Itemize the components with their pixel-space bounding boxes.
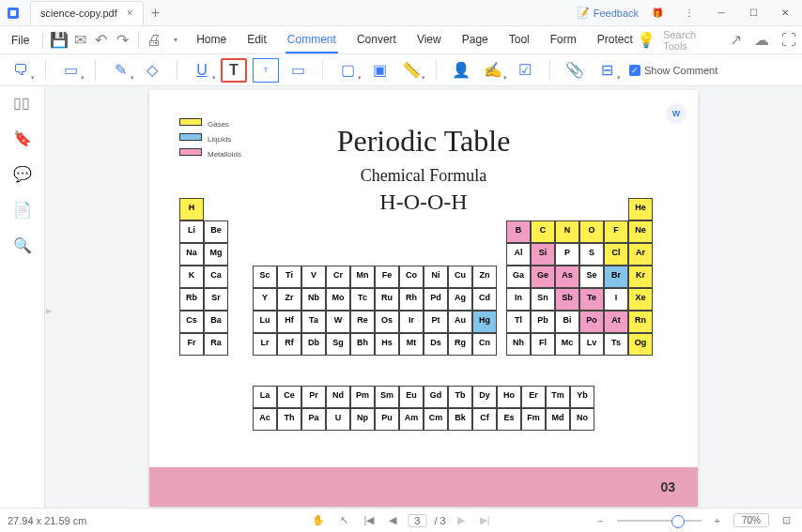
prev-page-icon[interactable]: ◀ — [385, 512, 400, 528]
sign-tool[interactable]: ✍ — [480, 58, 506, 83]
attachment-panel-icon[interactable]: 📄 — [13, 201, 32, 220]
gift-icon[interactable]: 🎁 — [644, 3, 671, 23]
menu-tab-form[interactable]: Form — [548, 27, 578, 53]
element-In: In. — [506, 288, 531, 311]
more-icon[interactable]: ⋮ — [676, 3, 702, 23]
approve-tool[interactable]: ☑ — [512, 58, 538, 83]
maximize-button[interactable]: ☐ — [740, 3, 766, 23]
bookmark-icon[interactable]: 🔖 — [13, 129, 32, 148]
element-Pd: Pd. — [424, 288, 448, 311]
search-panel-icon[interactable]: 🔍 — [13, 236, 32, 255]
element-Ge: Ge. — [531, 266, 555, 288]
fit-page-icon[interactable]: ⊡ — [779, 512, 794, 528]
redo-icon[interactable]: ↷ — [113, 30, 132, 51]
element-Ir: Ir. — [399, 311, 424, 333]
comment-toolbar: 🗨 ▭ ✎ ◇ U T T ▭ ▢ ▣ 📏 👤 ✍ ☑ 📎 ⊟ ✓ Show C… — [0, 54, 802, 86]
close-tab-icon[interactable]: × — [127, 7, 133, 20]
thumbnails-icon[interactable]: ▯▯ — [13, 94, 32, 113]
pencil-tool[interactable]: ✎ — [107, 58, 133, 83]
hand-tool-icon[interactable]: ✋ — [308, 512, 329, 528]
next-page-icon[interactable]: ▶ — [454, 512, 469, 528]
feedback-button[interactable]: 📝 Feedback — [577, 7, 639, 19]
element-Zr: Zr. — [277, 288, 301, 311]
zoom-in-icon[interactable]: + — [711, 513, 724, 528]
hide-tool[interactable]: ⊟ — [594, 58, 620, 83]
menu-tab-tool[interactable]: Tool — [507, 27, 532, 53]
new-tab-button[interactable]: + — [151, 5, 160, 22]
element-Hg: Hg. — [472, 311, 497, 333]
element-Cr: Cr. — [326, 266, 350, 288]
element-Ds: Ds. — [424, 333, 448, 356]
first-page-icon[interactable]: |◀ — [360, 512, 378, 528]
element-Au: Au. — [448, 311, 472, 333]
menu-tab-home[interactable]: Home — [194, 27, 228, 53]
menu-tab-page[interactable]: Page — [460, 27, 490, 53]
element-S: S. — [579, 243, 604, 266]
element-Y: Y. — [253, 288, 277, 311]
element-Th: Th. — [277, 408, 301, 431]
textbox-tool[interactable]: T — [253, 58, 279, 83]
comment-panel-icon[interactable]: 💬 — [13, 165, 32, 184]
sidebar-expand-handle[interactable]: ▶ — [45, 297, 53, 326]
element-Np: Np. — [350, 408, 375, 431]
element-Xe: Xe. — [628, 288, 653, 311]
menu-tab-view[interactable]: View — [415, 27, 443, 53]
stamp-tool[interactable]: ▣ — [366, 58, 393, 83]
element-Cs: Cs. — [179, 311, 204, 333]
underline-tool[interactable]: U — [189, 58, 215, 83]
bulb-icon[interactable]: 💡 — [637, 30, 655, 51]
show-comment-label: Show Comment — [644, 65, 717, 76]
word-export-badge[interactable]: W — [666, 103, 686, 124]
search-tools[interactable]: Search Tools — [663, 29, 718, 52]
mail-icon[interactable]: ✉ — [70, 30, 90, 51]
measure-tool[interactable]: 📏 — [398, 58, 424, 83]
element-La: La. — [253, 386, 277, 408]
element-O: O. — [579, 220, 604, 243]
save-icon[interactable]: 💾 — [49, 30, 69, 51]
eraser-tool[interactable]: ◇ — [139, 58, 165, 83]
element-At: At. — [604, 311, 628, 333]
print-dropdown[interactable]: ▾ — [166, 30, 186, 51]
person-tool[interactable]: 👤 — [448, 58, 474, 83]
note-tool[interactable]: 🗨 — [8, 58, 34, 83]
element-He: He. — [628, 198, 653, 220]
element-Eu: Eu. — [399, 386, 424, 408]
cloud-icon[interactable]: ☁ — [752, 30, 771, 51]
menu-tab-comment[interactable]: Comment — [285, 27, 338, 53]
shape-tool[interactable]: ▢ — [334, 58, 361, 83]
file-menu[interactable]: File — [4, 30, 37, 51]
svg-rect-1 — [10, 10, 16, 16]
print-icon[interactable]: 🖨 — [145, 30, 164, 51]
zoom-percent[interactable]: 70% — [733, 513, 769, 527]
expand-icon[interactable]: ⛶ — [779, 30, 798, 51]
pdf-page: W GasesLiquidsMetalloids Periodic Table … — [149, 90, 698, 507]
callout-tool[interactable]: ▭ — [285, 58, 311, 83]
element-C: C. — [531, 220, 555, 243]
element-Mo: Mo. — [326, 288, 350, 311]
separator — [436, 60, 437, 81]
highlight-tool[interactable]: ▭ — [57, 58, 84, 83]
attachment-tool[interactable]: 📎 — [562, 58, 588, 83]
close-window-button[interactable]: ✕ — [772, 3, 798, 23]
zoom-slider[interactable] — [617, 520, 702, 522]
document-tab[interactable]: science-copy.pdf × — [30, 1, 144, 25]
zoom-controls: − + 70% ⊡ — [594, 512, 794, 528]
zoom-out-icon[interactable]: − — [594, 513, 607, 528]
element-Nb: Nb. — [301, 288, 326, 311]
menu-tab-convert[interactable]: Convert — [355, 27, 398, 53]
separator — [177, 60, 177, 81]
page-navigation: ✋ ↖ |◀ ◀ 3 / 3 ▶ ▶| — [308, 512, 493, 528]
element-Cn: Cn. — [472, 333, 497, 356]
share-icon[interactable]: ↗ — [726, 30, 745, 51]
undo-icon[interactable]: ↶ — [92, 30, 112, 51]
last-page-icon[interactable]: ▶| — [476, 512, 494, 528]
document-viewer[interactable]: ▶ W GasesLiquidsMetalloids Periodic Tabl… — [45, 86, 802, 508]
current-page[interactable]: 3 — [408, 514, 426, 527]
element-Na: Na. — [179, 243, 204, 266]
minimize-button[interactable]: ─ — [708, 3, 734, 23]
show-comment-toggle[interactable]: ✓ Show Comment — [629, 65, 717, 76]
select-tool-icon[interactable]: ↖ — [336, 512, 352, 528]
menu-tab-edit[interactable]: Edit — [245, 27, 269, 53]
typewriter-tool[interactable]: T — [221, 58, 247, 83]
menu-tab-protect[interactable]: Protect — [595, 27, 635, 53]
